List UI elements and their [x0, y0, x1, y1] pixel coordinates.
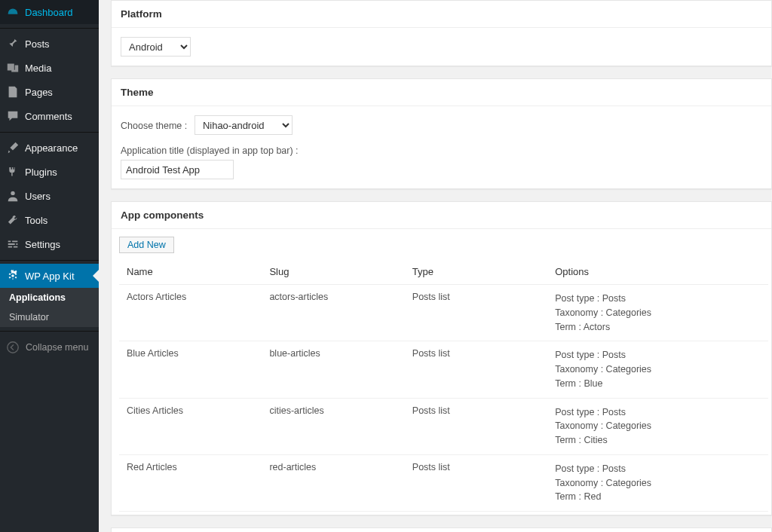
sidebar-item-users[interactable]: Users [0, 184, 99, 208]
sidebar-sub-applications[interactable]: Applications [0, 288, 99, 307]
navigation-title: App navigation [112, 528, 771, 532]
sidebar-item-plugins[interactable]: Plugins [0, 160, 99, 184]
collapse-label: Collapse menu [26, 342, 88, 353]
theme-panel: Theme Choose theme : Nihao-android Appli… [111, 78, 772, 189]
sidebar-item-comments[interactable]: Comments [0, 104, 99, 128]
admin-sidebar: Dashboard Posts Media Pages Comments App… [0, 0, 99, 532]
app-title-label: Application title (displayed in app top … [121, 145, 762, 156]
sidebar-item-dashboard[interactable]: Dashboard [0, 0, 99, 24]
plug-icon [6, 165, 20, 179]
col-name: Name [119, 259, 262, 285]
wrench-icon [6, 213, 20, 227]
components-table: Name Slug Type Options Actors Articles a… [119, 259, 768, 512]
sidebar-label: Appearance [25, 142, 78, 154]
platform-title: Platform [112, 1, 771, 28]
collapse-menu[interactable]: Collapse menu [0, 335, 99, 360]
col-type: Type [405, 259, 547, 285]
pin-icon [6, 37, 20, 50]
main-content: Platform Android Theme Choose theme : Ni… [99, 0, 772, 532]
media-icon [6, 61, 20, 75]
gear-icon [6, 269, 20, 283]
sidebar-label: Comments [25, 111, 72, 122]
table-row[interactable]: Cities Articles cities-articles Posts li… [119, 398, 768, 454]
sidebar-item-appearance[interactable]: Appearance [0, 136, 99, 160]
app-title-input[interactable] [121, 160, 234, 179]
comments-icon [6, 109, 20, 123]
dashboard-icon [6, 5, 20, 19]
sidebar-label: Plugins [25, 167, 57, 178]
svg-point-1 [8, 342, 18, 353]
collapse-icon [6, 341, 20, 354]
choose-theme-label: Choose theme : [121, 121, 187, 131]
sidebar-sub-simulator[interactable]: Simulator [0, 307, 99, 327]
table-row[interactable]: Actors Articles actors-articles Posts li… [119, 285, 768, 341]
components-title: App components [112, 202, 771, 229]
navigation-panel: App navigation Add new component to navi… [111, 527, 772, 532]
theme-title: Theme [112, 79, 771, 106]
sidebar-label: Users [25, 191, 51, 202]
platform-select[interactable]: Android [121, 37, 191, 57]
sidebar-item-tools[interactable]: Tools [0, 208, 99, 232]
sidebar-item-posts[interactable]: Posts [0, 32, 99, 56]
sidebar-label: Pages [25, 87, 53, 98]
pages-icon [6, 85, 20, 99]
sidebar-label: Settings [25, 239, 60, 250]
sidebar-label: Tools [25, 215, 47, 226]
sidebar-label: Media [25, 63, 51, 74]
col-slug: Slug [262, 259, 404, 285]
svg-point-0 [11, 191, 14, 195]
sidebar-item-media[interactable]: Media [0, 56, 99, 80]
theme-select[interactable]: Nihao-android [195, 115, 293, 135]
components-panel: App components Add New Name Slug Type Op… [111, 201, 772, 515]
col-options: Options [547, 259, 768, 285]
sidebar-submenu: Applications Simulator [0, 288, 99, 327]
sidebar-label: Dashboard [25, 7, 73, 18]
add-new-component-button[interactable]: Add New [119, 237, 174, 253]
sidebar-label: Posts [25, 38, 50, 50]
user-icon [6, 189, 20, 203]
table-row[interactable]: Blue Articles blue-articles Posts list P… [119, 341, 768, 398]
sidebar-item-wp-app-kit[interactable]: WP App Kit [0, 264, 99, 288]
sliders-icon [6, 237, 20, 251]
table-row[interactable]: Red Articles red-articles Posts list Pos… [119, 454, 768, 511]
sidebar-label: WP App Kit [25, 271, 75, 282]
brush-icon [6, 141, 20, 154]
platform-panel: Platform Android [111, 0, 772, 66]
sidebar-item-settings[interactable]: Settings [0, 232, 99, 256]
sidebar-item-pages[interactable]: Pages [0, 80, 99, 104]
